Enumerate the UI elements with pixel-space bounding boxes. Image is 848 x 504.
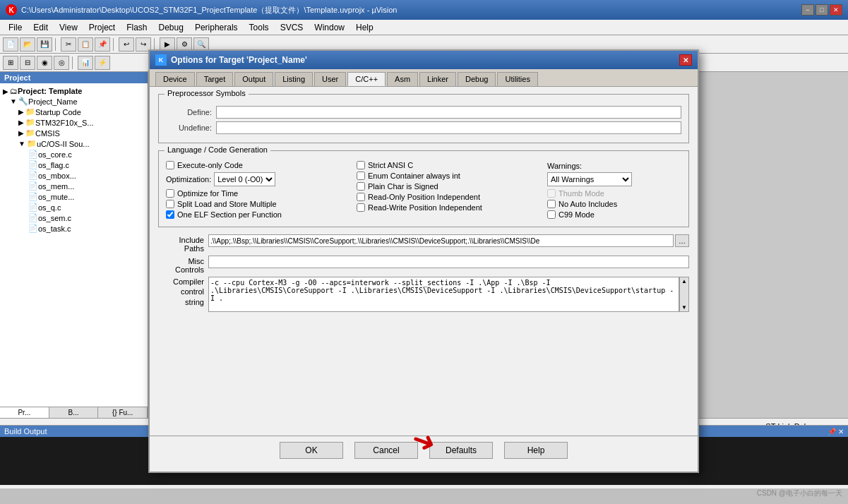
tb2-btn2[interactable]: ⊟ [20,56,35,70]
tree-item-osmute[interactable]: 📄 os_mute... [0,191,148,202]
title-bar: K C:\Users\Administrator\Desktop\UCOS2_S… [0,0,848,20]
tb2-btn6[interactable]: ⚡ [95,56,110,70]
new-button[interactable]: 📄 [3,37,18,52]
undefine-input[interactable] [216,121,681,134]
sidebar-tab-func[interactable]: {} Fu... [98,407,148,418]
optimize-time-checkbox[interactable] [166,189,174,198]
tree-item-stm32[interactable]: ▶ 📁 STM32F10x_S... [0,117,148,128]
undefine-label: Undefine: [166,124,212,132]
menu-item-tools[interactable]: Tools [244,21,275,34]
optimization-row: Optimization: Level 0 (-O0) [166,172,348,186]
menu-item-view[interactable]: View [54,21,83,34]
tree-item-osflag[interactable]: 📄 os_flag.c [0,160,148,170]
optimization-select[interactable]: Level 0 (-O0) [214,172,275,186]
tree-item-projectname[interactable]: ▼ 🔧 Project_Name [0,96,148,107]
minimize-button[interactable]: − [801,4,814,16]
tb2-btn4[interactable]: ◎ [54,56,69,70]
save-button[interactable]: 💾 [37,37,52,52]
close-button[interactable]: ✕ [830,4,842,16]
tb2-btn1[interactable]: ⊞ [3,56,18,70]
readonly-pos-checkbox[interactable] [357,193,365,201]
tab-linker[interactable]: Linker [419,72,456,86]
misc-controls-input[interactable] [208,256,689,268]
tree-item-osmbox[interactable]: 📄 os_mbox... [0,170,148,181]
copy-button[interactable]: 📋 [78,37,93,52]
open-button[interactable]: 📂 [20,37,35,52]
no-auto-includes-checkbox[interactable] [547,200,556,208]
execute-only-checkbox[interactable] [166,161,174,169]
sidebar-tab-project[interactable]: Pr... [0,407,49,418]
include-paths-input[interactable] [208,234,674,247]
help-button[interactable]: Help [504,442,568,459]
tree-item-cmsis[interactable]: ▶ 📁 CMSIS [0,128,148,138]
sep-2 [113,38,116,51]
tree-item-ucos[interactable]: ▼ 📁 uC/OS-II Sou... [0,138,148,149]
paste-button[interactable]: 📌 [95,37,110,52]
readwrite-pos-checkbox[interactable] [357,203,365,212]
enum-container-checkbox[interactable] [357,172,365,180]
tab-debug[interactable]: Debug [458,72,496,86]
tab-target[interactable]: Target [196,72,234,86]
tree-item-startup[interactable]: ▶ 📁 Startup Code [0,107,148,117]
menu-item-project[interactable]: Project [83,21,121,34]
tree-item-osmem[interactable]: 📄 os_mem... [0,181,148,191]
tree-item-ostask[interactable]: 📄 os_task.c [0,223,148,234]
thumb-mode-checkbox[interactable] [547,189,556,198]
maximize-button[interactable]: □ [816,4,828,16]
strict-ansi-checkbox[interactable] [357,161,365,169]
menu-item-window[interactable]: Window [309,21,350,34]
warnings-select[interactable]: All Warnings [547,172,632,186]
tab-device[interactable]: Device [155,72,195,86]
split-load-checkbox[interactable] [166,200,174,208]
tab-output[interactable]: Output [234,72,273,86]
tree-item-oscore[interactable]: 📄 os_core.c [0,149,148,160]
split-load-label: Split Load and Store Multiple [177,200,277,208]
defaults-button[interactable]: Defaults [429,442,493,459]
window-title: C:\Users\Administrator\Desktop\UCOS2_STM… [21,5,801,16]
plain-char-checkbox[interactable] [357,182,365,191]
expand-icon-2: ▼ [10,97,17,105]
tb2-btn5[interactable]: 📊 [78,56,93,70]
app-icon: K [6,4,17,16]
sidebar-tree: ▶ 🗂 Project: Template ▼ 🔧 Project_Name ▶… [0,83,148,407]
enum-container-row: Enum Container always int [357,172,539,180]
compiler-scrollbar[interactable]: ▲ ▼ [679,277,689,312]
language-section: Language / Code Generation Execute-only … [158,150,689,227]
dialog-tab-bar: Device Target Output Listing User C/C++ … [150,69,698,87]
tree-stm32-label: STM32F10x_S... [35,119,94,127]
tree-item-project[interactable]: ▶ 🗂 Project: Template [0,86,148,96]
tab-asm[interactable]: Asm [387,72,418,86]
tab-cpp[interactable]: C/C++ [347,72,386,86]
tab-listing[interactable]: Listing [275,72,313,86]
include-browse-button[interactable]: … [675,234,689,247]
sidebar-tab-build[interactable]: B... [49,407,99,418]
menu-item-flash[interactable]: Flash [121,21,153,34]
cut-button[interactable]: ✂ [61,37,76,52]
define-label: Define: [166,108,212,116]
menu-item-svcs[interactable]: SVCS [275,21,309,34]
tab-utilities[interactable]: Utilities [497,72,537,86]
tree-osq-label: os_q.c [38,203,61,212]
cancel-button[interactable]: Cancel [354,442,418,459]
tree-item-osq[interactable]: 📄 os_q.c [0,202,148,212]
dialog-close-button[interactable]: ✕ [679,54,692,66]
no-auto-includes-label: No Auto Includes [559,200,617,208]
compiler-string-textarea[interactable]: -c --cpu Cortex-M3 -g -O0 --apcs=interwo… [208,277,679,312]
ok-button[interactable]: OK [280,442,343,459]
menu-item-peripherals[interactable]: Peripherals [189,21,244,34]
tb2-btn3[interactable]: ◉ [37,56,52,70]
one-elf-label: One ELF Section per Function [177,210,282,219]
tree-startup-label: Startup Code [35,108,81,116]
menu-item-edit[interactable]: Edit [28,21,54,34]
tree-ucos-label: uC/OS-II Sou... [37,140,90,148]
sep-4 [72,56,75,69]
tab-user[interactable]: User [314,72,346,86]
undo-button[interactable]: ↩ [119,37,134,52]
one-elf-checkbox[interactable] [166,210,174,219]
menu-item-help[interactable]: Help [350,21,379,34]
c99-mode-checkbox[interactable] [547,210,556,219]
define-input[interactable] [216,106,681,119]
menu-item-file[interactable]: File [3,21,28,34]
tree-item-ossem[interactable]: 📄 os_sem.c [0,212,148,223]
menu-item-debug[interactable]: Debug [153,21,189,34]
